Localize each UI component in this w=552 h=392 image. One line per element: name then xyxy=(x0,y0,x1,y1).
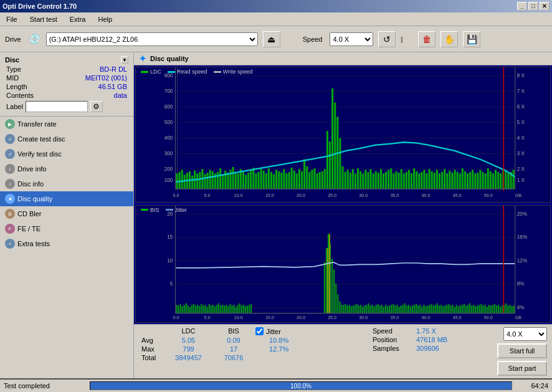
disc-mid-label: MID xyxy=(6,74,19,82)
svg-rect-51 xyxy=(235,172,237,189)
svg-rect-48 xyxy=(227,173,229,189)
nav-drive-info[interactable]: i Drive info xyxy=(0,161,133,176)
svg-rect-310 xyxy=(473,305,474,313)
jitter-legend-item: Jitter xyxy=(166,207,188,213)
svg-rect-331 xyxy=(513,305,515,313)
app-title: Opti Drive Control 1.70 xyxy=(2,2,77,10)
jitter-checkbox[interactable] xyxy=(255,327,264,335)
speed-select-2[interactable]: 1.0 X 2.0 X 4.0 X 6.0 X 8.0 X xyxy=(503,327,547,341)
svg-rect-317 xyxy=(487,307,488,313)
col-jitter-area: Jitter xyxy=(255,327,343,335)
svg-rect-77 xyxy=(301,171,303,189)
menu-file[interactable]: File xyxy=(2,14,21,24)
svg-text:25.0: 25.0 xyxy=(328,314,336,320)
svg-rect-198 xyxy=(188,305,189,313)
svg-rect-107 xyxy=(378,173,379,189)
svg-text:20.0: 20.0 xyxy=(297,314,305,320)
svg-text:35.0: 35.0 xyxy=(390,192,399,198)
menu-help[interactable]: Help xyxy=(94,14,116,24)
close-button[interactable]: ✕ xyxy=(540,2,550,11)
nav-disc-quality[interactable]: ★ Disc quality xyxy=(0,191,133,206)
avg-jitter: 10.8% xyxy=(255,337,343,344)
ldc-legend-item: LDC xyxy=(141,69,161,75)
bis-legend-item: BIS xyxy=(141,207,159,213)
drive-select[interactable]: (G:) ATAPI eHBU212_2 ZL06 xyxy=(46,32,258,46)
nav-transfer-rate[interactable]: ▶ Transfer rate xyxy=(0,117,133,131)
speed-select[interactable]: 1.0 X 2.0 X 4.0 X 6.0 X 8.0 X xyxy=(330,32,373,46)
svg-rect-29 xyxy=(179,172,181,189)
svg-rect-219 xyxy=(227,306,229,313)
start-part-button[interactable]: Start part xyxy=(497,361,547,376)
svg-rect-152 xyxy=(492,173,494,189)
erase-button[interactable]: 🗑 xyxy=(418,31,435,47)
svg-rect-231 xyxy=(250,304,252,313)
ldc-legend: LDC Read speed Write speed xyxy=(141,69,252,75)
disc-gear-button[interactable]: ⚙ xyxy=(90,101,103,112)
nav-extra-tests[interactable]: + Extra tests xyxy=(0,236,133,251)
nav-verify-test-disc[interactable]: ✓ Verify test disc xyxy=(0,146,133,161)
svg-text:40.0: 40.0 xyxy=(422,314,431,320)
svg-text:0.0: 0.0 xyxy=(173,192,179,198)
start-full-button[interactable]: Start full xyxy=(497,343,547,358)
save-button[interactable]: 💾 xyxy=(463,31,480,47)
disc-label-input[interactable] xyxy=(26,101,88,112)
svg-rect-131 xyxy=(439,173,440,189)
svg-rect-271 xyxy=(399,307,400,313)
disc-scroll-btn[interactable]: ▼ xyxy=(121,56,128,64)
svg-rect-55 xyxy=(245,174,247,189)
svg-rect-100 xyxy=(359,171,361,189)
svg-rect-71 xyxy=(285,173,287,189)
nav-create-test-disc[interactable]: + Create test disc xyxy=(0,131,133,146)
svg-rect-153 xyxy=(495,170,497,189)
maximize-button[interactable]: □ xyxy=(528,2,538,11)
svg-rect-295 xyxy=(444,305,445,313)
nav-disc-info[interactable]: i Disc info xyxy=(0,176,133,191)
svg-text:5.0: 5.0 xyxy=(204,192,211,198)
svg-rect-316 xyxy=(485,305,486,313)
svg-rect-333 xyxy=(329,234,330,313)
cd-bler-icon: B xyxy=(5,209,15,219)
svg-rect-129 xyxy=(434,173,435,189)
svg-rect-298 xyxy=(450,305,451,313)
svg-rect-49 xyxy=(229,170,231,189)
svg-rect-109 xyxy=(383,173,384,189)
svg-text:25.0: 25.0 xyxy=(328,192,336,198)
eject-button[interactable]: ⏏ xyxy=(263,31,280,47)
svg-rect-118 xyxy=(406,172,407,189)
svg-rect-101 xyxy=(362,173,364,189)
svg-rect-70 xyxy=(283,169,285,189)
svg-rect-58 xyxy=(252,168,254,189)
svg-rect-150 xyxy=(487,168,489,189)
speed-label: Speed xyxy=(373,327,416,335)
svg-text:50.0: 50.0 xyxy=(484,192,493,198)
copy-button[interactable]: ✋ xyxy=(440,31,458,47)
svg-rect-323 xyxy=(498,305,499,313)
menu-start-test[interactable]: Start test xyxy=(26,14,61,24)
svg-rect-311 xyxy=(475,306,476,313)
svg-rect-252 xyxy=(362,307,363,313)
position-label: Position xyxy=(373,336,416,343)
svg-rect-128 xyxy=(431,171,433,189)
speed-position-grid: Speed 1.75 X Position 47618 MB Samples 3… xyxy=(373,327,492,352)
svg-rect-113 xyxy=(393,173,394,189)
svg-text:45.0: 45.0 xyxy=(453,314,462,320)
svg-rect-192 xyxy=(176,305,177,313)
svg-rect-44 xyxy=(217,172,219,189)
nav-disc-quality-label: Disc quality xyxy=(17,195,52,203)
nav-fe-te[interactable]: F FE / TE xyxy=(0,221,133,236)
menu-extra[interactable]: Extra xyxy=(66,14,90,24)
svg-rect-259 xyxy=(376,305,377,313)
charts-container: LDC Read speed Write speed xyxy=(134,65,552,324)
svg-rect-124 xyxy=(421,172,422,189)
svg-rect-262 xyxy=(381,305,383,313)
svg-rect-103 xyxy=(367,172,369,189)
svg-text:GB: GB xyxy=(515,314,521,320)
svg-rect-227 xyxy=(243,305,244,313)
bis-legend-label: BIS xyxy=(150,207,159,213)
nav-cd-bler[interactable]: B CD Bler xyxy=(0,206,133,221)
svg-rect-202 xyxy=(195,305,196,313)
svg-rect-195 xyxy=(182,306,183,313)
svg-rect-50 xyxy=(232,167,234,189)
refresh-button[interactable]: ↺ xyxy=(378,31,396,47)
minimize-button[interactable]: _ xyxy=(517,2,527,11)
